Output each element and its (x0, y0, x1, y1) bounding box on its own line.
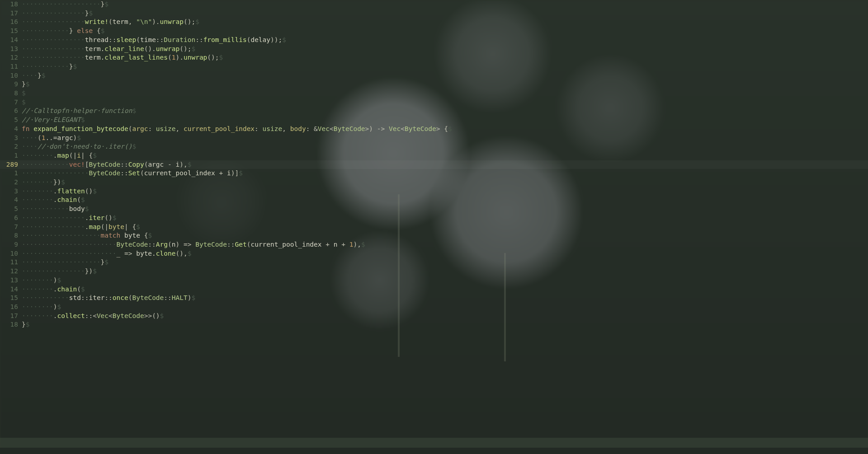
code-line[interactable]: 18····················}$ (0, 0, 684, 9)
eol-marker: $ (219, 54, 223, 61)
indent-whitespace: ···················· (22, 258, 101, 266)
eol-marker: $ (73, 63, 77, 70)
token: Vec (389, 125, 401, 132)
code-content[interactable]: ················term.clear_line().unwrap… (22, 45, 684, 54)
code-line[interactable]: 289············vec![ByteCode::Copy(argc … (0, 160, 684, 169)
code-line[interactable]: 2········})$ (0, 178, 684, 187)
code-content[interactable]: //·Calltopfn·helper·function$ (22, 107, 684, 116)
gutter-linenum: 12 (0, 53, 22, 62)
code-content[interactable]: ················thread::sleep(time::Dura… (22, 36, 684, 45)
code-content[interactable]: ········.map(|i| {$ (22, 151, 684, 160)
eol-marker: $ (104, 258, 108, 266)
code-content[interactable]: ················})$ (22, 267, 684, 276)
token: usize (263, 125, 283, 132)
code-line[interactable]: 5············body$ (0, 205, 684, 214)
token: clear_line (104, 45, 144, 52)
code-content[interactable]: ····(1..=argc)$ (22, 134, 684, 143)
code-content[interactable]: ························ByteCode::Arg(n)… (22, 240, 684, 249)
editor-viewport[interactable]: 18····················}$17··············… (0, 0, 684, 358)
code-content[interactable]: ················.iter()$ (22, 214, 684, 223)
code-line[interactable]: 16················write!(term, "\n").unw… (0, 18, 684, 27)
code-line[interactable]: 14········.chain($ (0, 285, 684, 294)
code-content[interactable]: ················write!(term, "\n").unwra… (22, 18, 684, 27)
code-content[interactable]: ····················}$ (22, 258, 684, 267)
token: < (108, 312, 113, 319)
code-line[interactable]: 13················term.clear_line().unwr… (0, 45, 684, 54)
code-line[interactable]: 11············}$ (0, 62, 684, 71)
code-content[interactable]: ············}$ (22, 62, 684, 71)
code-line[interactable]: 3········.flatten()$ (0, 187, 684, 196)
code-line[interactable]: 12················})$ (0, 267, 684, 276)
token: >) -> (365, 125, 389, 132)
code-line[interactable]: 6//·Calltopfn·helper·function$ (0, 107, 684, 116)
token: )); (270, 36, 282, 43)
code-content[interactable]: }$ (22, 80, 684, 89)
token: byte (120, 232, 144, 239)
code-content[interactable]: ················term.clear_last_lines(1)… (22, 53, 684, 62)
code-line[interactable]: 8····················match byte {$ (0, 231, 684, 240)
code-content[interactable]: fn expand_function_bytecode(argc: usize,… (22, 125, 684, 134)
code-content[interactable]: ························_ => byte.clone(… (22, 249, 684, 258)
code-content[interactable]: ············body$ (22, 205, 684, 214)
code-line[interactable]: 15············std::iter::once(ByteCode::… (0, 294, 684, 303)
code-content[interactable]: ····//·don't·need·to·.iter()$ (22, 142, 684, 151)
code-content[interactable]: ········.chain($ (22, 196, 684, 205)
token: : (148, 125, 156, 132)
code-content[interactable]: ····················match byte {$ (22, 231, 684, 240)
token: ). (152, 18, 160, 25)
eol-marker: $ (132, 107, 136, 114)
code-line[interactable]: 9························ByteCode::Arg(n… (0, 240, 684, 249)
code-content[interactable]: ················.map(|byte| {$ (22, 223, 684, 232)
gutter-linenum: 15 (0, 294, 22, 303)
code-line[interactable]: 5//·Very·ELEGANT$ (0, 116, 684, 125)
code-line[interactable]: 3····(1..=argc)$ (0, 134, 684, 143)
token: map (89, 223, 100, 230)
code-line[interactable]: 10····}$ (0, 71, 684, 80)
code-line[interactable]: 7················.map(|byte| {$ (0, 223, 684, 232)
code-content[interactable]: ········})$ (22, 178, 684, 187)
code-line[interactable]: 9}$ (0, 80, 684, 89)
code-line[interactable]: 8$ (0, 89, 684, 98)
token: ByteCode (132, 294, 164, 301)
code-content[interactable]: $ (22, 98, 684, 107)
code-line[interactable]: 13········)$ (0, 276, 684, 285)
code-content[interactable]: ·················ByteCode::Set(current_p… (22, 169, 684, 178)
code-line[interactable]: 18}$ (0, 320, 684, 329)
code-line[interactable]: 17········.collect::<Vec<ByteCode>>()$ (0, 312, 684, 321)
code-content[interactable]: ········)$ (22, 303, 684, 312)
code-content[interactable]: ····················}$ (22, 0, 684, 9)
gutter-linenum: 9 (0, 80, 22, 89)
code-content[interactable]: ········)$ (22, 276, 684, 285)
code-line[interactable]: 4fn expand_function_bytecode(argc: usize… (0, 125, 684, 134)
gutter-linenum: 3 (0, 187, 22, 196)
token: | { (81, 152, 93, 159)
gutter-linenum: 16 (0, 18, 22, 27)
code-line[interactable]: 10························_ => byte.clon… (0, 249, 684, 258)
code-line[interactable]: 1········.map(|i| {$ (0, 151, 684, 160)
code-line[interactable]: 14················thread::sleep(time::Du… (0, 36, 684, 45)
code-content[interactable]: $ (22, 89, 684, 98)
code-content[interactable]: ····}$ (22, 71, 684, 80)
token: collect (57, 312, 85, 319)
code-content[interactable]: ············std::iter::once(ByteCode::HA… (22, 294, 684, 303)
code-line[interactable]: 17················}$ (0, 9, 684, 18)
code-content[interactable]: ············vec![ByteCode::Copy(argc - i… (22, 160, 684, 169)
code-content[interactable]: ················}$ (22, 9, 684, 18)
code-content[interactable]: ············} else {$ (22, 27, 684, 36)
code-line[interactable]: 2····//·don't·need·to·.iter()$ (0, 142, 684, 151)
code-line[interactable]: 1·················ByteCode::Set(current_… (0, 169, 684, 178)
code-line[interactable]: 15············} else {$ (0, 27, 684, 36)
code-line[interactable]: 4········.chain($ (0, 196, 684, 205)
token: clear_last_lines (104, 54, 168, 61)
code-line[interactable]: 6················.iter()$ (0, 214, 684, 223)
code-content[interactable]: }$ (22, 320, 684, 329)
code-line[interactable]: 16········)$ (0, 303, 684, 312)
code-content[interactable]: //·Very·ELEGANT$ (22, 116, 684, 125)
code-content[interactable]: ········.flatten()$ (22, 187, 684, 196)
code-line[interactable]: 7$ (0, 98, 684, 107)
gutter-linenum: 4 (0, 125, 22, 134)
code-line[interactable]: 11····················}$ (0, 258, 684, 267)
code-content[interactable]: ········.collect::<Vec<ByteCode>>()$ (22, 312, 684, 321)
code-content[interactable]: ········.chain($ (22, 285, 684, 294)
code-line[interactable]: 12················term.clear_last_lines(… (0, 53, 684, 62)
